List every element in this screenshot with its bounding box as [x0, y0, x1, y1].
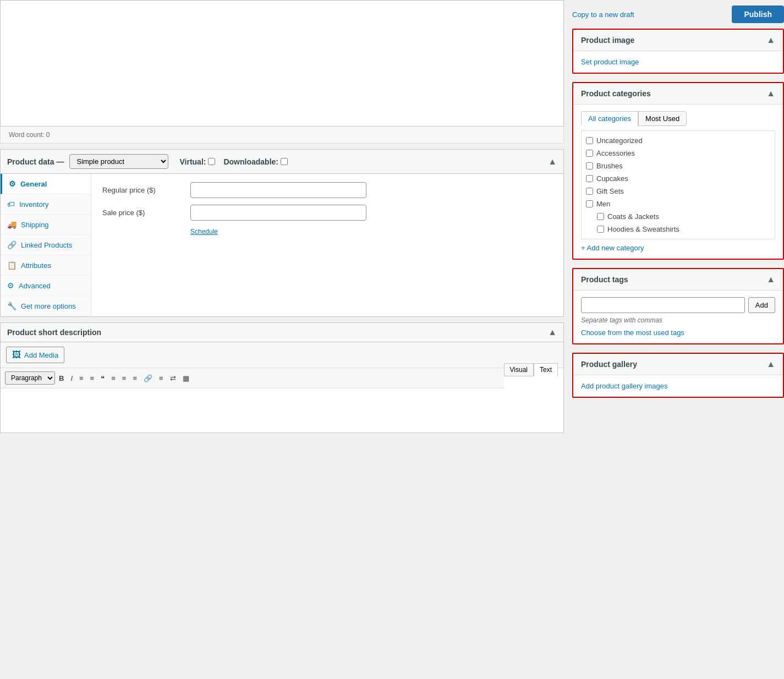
product-data-body: ⚙ General 🏷 Inventory 🚚 Shipping 🔗 Linke… — [1, 174, 563, 316]
product-gallery-title: Product gallery — [581, 360, 637, 369]
tags-input-row: Add — [581, 297, 775, 313]
product-image-body: Set product image — [573, 51, 783, 73]
product-image-toggle[interactable]: ▲ — [766, 35, 775, 45]
product-categories-panel: Product categories ▲ All categories Most… — [572, 82, 784, 260]
sale-price-input[interactable] — [190, 205, 366, 221]
copy-draft-link[interactable]: Copy to a new draft — [572, 10, 634, 19]
category-men: Men — [586, 198, 770, 210]
shuffle-button[interactable]: ⇄ — [167, 373, 179, 384]
product-tags-panel: Product tags ▲ Add Separate tags with co… — [572, 268, 784, 344]
product-data-header: Product data — Simple product Grouped pr… — [1, 150, 563, 174]
get-more-options-icon: 🔧 — [7, 302, 17, 310]
category-men-label: Men — [596, 200, 610, 208]
product-gallery-toggle[interactable]: ▲ — [766, 359, 775, 369]
product-data-label: Product data — — [7, 157, 64, 166]
product-type-select[interactable]: Simple product Grouped product External/… — [69, 154, 168, 169]
link-button[interactable]: 🔗 — [141, 373, 155, 384]
most-used-categories-tab[interactable]: Most Used — [638, 111, 687, 126]
product-data-tabs: ⚙ General 🏷 Inventory 🚚 Shipping 🔗 Linke… — [1, 174, 91, 316]
set-product-image-link[interactable]: Set product image — [581, 58, 639, 66]
category-accessories: Accessories — [586, 147, 770, 160]
sidebar-top: Copy to a new draft Publish — [572, 0, 784, 29]
linked-products-icon: 🔗 — [7, 240, 17, 249]
product-categories-body: All categories Most Used Uncategorized A… — [573, 105, 783, 259]
italic-button[interactable]: I — [68, 373, 75, 384]
product-tags-body: Add Separate tags with commas Choose fro… — [573, 291, 783, 343]
blockquote-button[interactable]: ❝ — [98, 373, 107, 384]
category-cupcakes-checkbox[interactable] — [586, 175, 593, 182]
virtual-label[interactable]: Virtual: — [179, 157, 215, 166]
category-uncategorized-checkbox[interactable] — [586, 137, 593, 144]
virtual-checkbox[interactable] — [208, 158, 215, 165]
add-gallery-images-link[interactable]: Add product gallery images — [581, 382, 668, 390]
tab-get-more-options[interactable]: 🔧 Get more options — [1, 296, 91, 316]
tab-linked-products[interactable]: 🔗 Linked Products — [1, 235, 91, 255]
tab-shipping[interactable]: 🚚 Shipping — [1, 215, 91, 235]
product-image-panel-header: Product image ▲ — [573, 30, 783, 51]
category-accessories-label: Accessories — [596, 149, 635, 157]
product-image-panel: Product image ▲ Set product image — [572, 29, 784, 74]
add-media-icon: 🖼 — [12, 350, 21, 360]
downloadable-checkbox[interactable] — [281, 158, 288, 165]
text-tab[interactable]: Text — [534, 363, 558, 376]
product-tags-toggle[interactable]: ▲ — [766, 275, 775, 284]
sidebar: Copy to a new draft Publish Product imag… — [564, 0, 784, 679]
align-left-button[interactable]: ≡ — [108, 373, 118, 384]
category-accessories-checkbox[interactable] — [586, 150, 593, 157]
category-gift-sets-checkbox[interactable] — [586, 188, 593, 195]
main-editor — [0, 0, 564, 127]
category-brushes-checkbox[interactable] — [586, 162, 593, 169]
product-tags-header: Product tags ▲ — [573, 269, 783, 291]
publish-button[interactable]: Publish — [732, 6, 784, 23]
attributes-icon: 📋 — [7, 261, 17, 270]
paragraph-select[interactable]: Paragraph — [5, 371, 55, 385]
regular-price-input[interactable] — [190, 182, 366, 198]
ordered-list-button[interactable]: ≡ — [87, 373, 97, 384]
add-media-row: 🖼 Add Media Visual Text — [1, 342, 563, 368]
product-categories-title: Product categories — [581, 89, 651, 98]
category-men-checkbox[interactable] — [586, 200, 593, 207]
category-cupcakes: Cupcakes — [586, 172, 770, 185]
short-desc-header: Product short description ▲ — [1, 323, 563, 342]
downloadable-label[interactable]: Downloadable: — [223, 157, 288, 166]
tab-attributes[interactable]: 📋 Attributes — [1, 255, 91, 276]
tab-general[interactable]: ⚙ General — [1, 174, 91, 194]
all-categories-tab[interactable]: All categories — [581, 111, 638, 126]
category-hoodies-sweatshirts-checkbox[interactable] — [597, 226, 604, 233]
add-media-button[interactable]: 🖼 Add Media — [6, 347, 64, 363]
align-center-button[interactable]: ≡ — [119, 373, 129, 384]
short-desc-editor-area[interactable] — [1, 388, 563, 432]
tab-advanced[interactable]: ⚙ Advanced — [1, 276, 91, 296]
product-data-content: Regular price ($) Sale price ($) Schedul… — [91, 174, 563, 316]
align-right-button[interactable]: ≡ — [130, 373, 140, 384]
regular-price-row: Regular price ($) — [102, 182, 552, 198]
product-gallery-panel: Product gallery ▲ Add product gallery im… — [572, 353, 784, 398]
product-data-section: Product data — Simple product Grouped pr… — [0, 149, 564, 317]
tags-input[interactable] — [581, 297, 745, 313]
product-gallery-header: Product gallery ▲ — [573, 354, 783, 375]
fullscreen-button[interactable]: ▦ — [180, 373, 192, 384]
unordered-list-button[interactable]: ≡ — [76, 373, 86, 384]
category-brushes-label: Brushes — [596, 162, 623, 170]
tab-inventory[interactable]: 🏷 Inventory — [1, 194, 91, 215]
product-tags-title: Product tags — [581, 275, 628, 284]
add-new-category-link[interactable]: + Add new category — [581, 244, 775, 252]
short-description-section: Product short description ▲ 🖼 Add Media … — [0, 322, 564, 433]
schedule-link[interactable]: Schedule — [190, 228, 218, 236]
tags-add-button[interactable]: Add — [748, 297, 775, 313]
category-coats-jackets-checkbox[interactable] — [597, 213, 604, 220]
choose-tags-link[interactable]: Choose from the most used tags — [581, 328, 684, 337]
regular-price-label: Regular price ($) — [102, 186, 190, 194]
short-desc-collapse-btn[interactable]: ▲ — [548, 327, 557, 337]
category-hoodies-sweatshirts: Hoodies & Sweatshirts — [586, 223, 770, 236]
product-data-collapse-btn[interactable]: ▲ — [548, 157, 557, 167]
general-icon: ⚙ — [9, 179, 16, 188]
tags-hint: Separate tags with commas — [581, 316, 775, 324]
sale-price-row: Sale price ($) — [102, 205, 552, 221]
visual-tab[interactable]: Visual — [504, 363, 534, 376]
bold-button[interactable]: B — [56, 373, 67, 384]
more-button[interactable]: ≡ — [156, 373, 166, 384]
schedule-row: Schedule — [102, 227, 552, 236]
product-categories-toggle[interactable]: ▲ — [766, 89, 775, 98]
category-uncategorized-label: Uncategorized — [596, 136, 643, 145]
